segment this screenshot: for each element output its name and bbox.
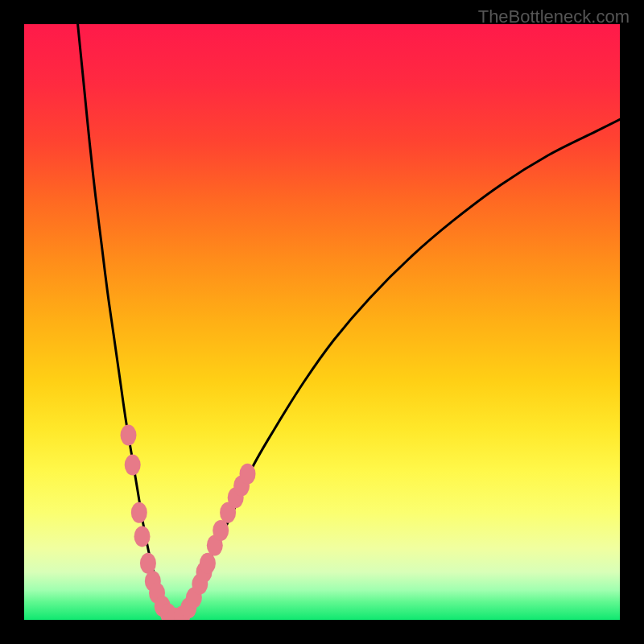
data-point [125,455,141,476]
watermark-text: TheBottleneck.com [478,6,630,27]
data-point [140,553,156,574]
plot-area [24,24,620,620]
data-point [134,526,151,547]
chart-container: TheBottleneck.com [0,0,644,644]
data-point [200,553,216,574]
dots-layer [24,24,620,620]
data-point [131,502,147,523]
data-point [213,520,229,541]
data-point [121,425,137,446]
data-point [240,464,256,485]
